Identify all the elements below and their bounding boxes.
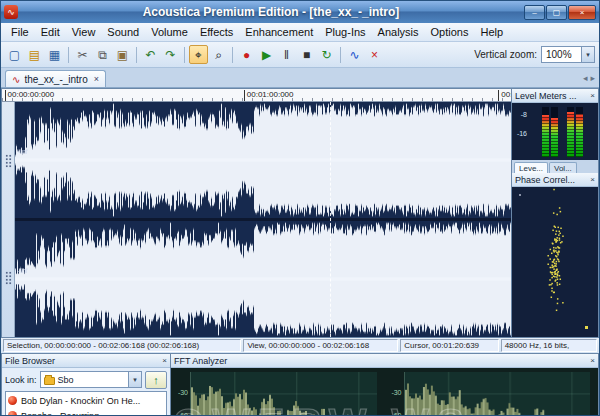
right-channel-waveform[interactable] bbox=[15, 221, 511, 337]
file-list-item[interactable]: Bob Dylan - Knockin' On He... bbox=[8, 393, 164, 408]
close-icon[interactable]: × bbox=[590, 91, 595, 100]
close-icon[interactable]: × bbox=[162, 356, 167, 365]
tab-scroll-group: ◂ ▸ bbox=[583, 73, 595, 87]
waveform-editor: 00:00:00:00000:01:00:00000:02 -inf -inf bbox=[1, 88, 511, 338]
left-channel-waveform[interactable] bbox=[15, 102, 511, 218]
close-button[interactable]: × bbox=[568, 5, 596, 20]
stop-button[interactable]: ■ bbox=[297, 45, 316, 64]
menu-edit[interactable]: Edit bbox=[35, 24, 66, 40]
menu-effects[interactable]: Effects bbox=[194, 24, 239, 40]
chevron-down-icon[interactable]: ▾ bbox=[581, 47, 594, 62]
redo-button[interactable]: ↷ bbox=[161, 45, 180, 64]
fft-spectrum-right bbox=[405, 372, 591, 416]
playback-cursor[interactable] bbox=[330, 102, 331, 337]
tab-close-icon[interactable]: × bbox=[94, 74, 99, 84]
up-one-level-button[interactable]: ↑ bbox=[145, 371, 167, 389]
selection-info: Selection, 00:00:00:000 - 00:02:06:168 (… bbox=[3, 339, 241, 352]
save-file-icon: ▦ bbox=[49, 48, 60, 62]
right-dock: Level Meters ... × -8-16 Leve...Vol... P… bbox=[511, 88, 599, 338]
play-icon: ▶ bbox=[262, 48, 271, 62]
minimize-button[interactable]: – bbox=[524, 5, 545, 20]
paste-button[interactable]: ▣ bbox=[113, 45, 132, 64]
timeline-ruler[interactable]: 00:00:00:00000:01:00:00000:02 bbox=[2, 89, 511, 102]
level-meter-bar bbox=[576, 107, 583, 157]
delete-button[interactable]: × bbox=[365, 45, 384, 64]
menu-enhancement[interactable]: Enhancement bbox=[239, 24, 319, 40]
selection-tool-button[interactable]: ⌖ bbox=[189, 45, 208, 64]
toolbar-right-group: Vertical zoom: 100% ▾ bbox=[474, 46, 595, 63]
loop-play-icon: ↻ bbox=[321, 48, 331, 62]
look-in-select[interactable]: Sbo ▾ bbox=[40, 371, 142, 388]
vertical-zoom-select[interactable]: 100% ▾ bbox=[541, 46, 595, 63]
undo-icon: ↶ bbox=[145, 48, 155, 62]
level-meter-fill bbox=[567, 112, 574, 157]
pause-button[interactable]: ‖ bbox=[277, 45, 296, 64]
fft-panel-title[interactable]: FFT Analyzer × bbox=[171, 354, 598, 368]
cut-icon: ✂ bbox=[77, 48, 87, 62]
meter-bars bbox=[529, 106, 596, 158]
phase-panel-title[interactable]: Phase Correl... × bbox=[512, 173, 598, 187]
menu-sound[interactable]: Sound bbox=[101, 24, 145, 40]
zoom-tool-button[interactable]: ⌕ bbox=[209, 45, 228, 64]
new-file-button[interactable]: ▢ bbox=[5, 45, 24, 64]
mix-tool-button[interactable]: ∿ bbox=[345, 45, 364, 64]
cut-button[interactable]: ✂ bbox=[73, 45, 92, 64]
menu-view[interactable]: View bbox=[66, 24, 102, 40]
menu-volume[interactable]: Volume bbox=[145, 24, 194, 40]
menu-file[interactable]: File bbox=[5, 24, 35, 40]
tab-scroll-right-icon[interactable]: ▸ bbox=[590, 73, 595, 83]
file-browser-panel-title[interactable]: File Browser × bbox=[2, 354, 170, 368]
file-name: Bob Dylan - Knockin' On He... bbox=[21, 396, 140, 406]
save-file-button[interactable]: ▦ bbox=[45, 45, 64, 64]
chevron-down-icon[interactable]: ▾ bbox=[128, 372, 141, 387]
selection-info-bar: Selection, 00:00:00:000 - 00:02:06:168 (… bbox=[1, 338, 599, 353]
phase-correlation-display bbox=[512, 187, 598, 337]
level-meters: -8-16 bbox=[512, 103, 598, 160]
level-meter-fill bbox=[551, 118, 558, 157]
timeline-label: 00:01:00:000 bbox=[244, 90, 294, 101]
left-channel: -inf bbox=[15, 102, 511, 218]
tab-scroll-left-icon[interactable]: ◂ bbox=[583, 73, 588, 83]
selection-tool-icon: ⌖ bbox=[195, 48, 202, 62]
toolbar-separator bbox=[184, 47, 185, 63]
menu-plug-ins[interactable]: Plug-Ins bbox=[319, 24, 371, 40]
play-button[interactable]: ▶ bbox=[257, 45, 276, 64]
view-info: View, 00:00:00:000 - 00:02:06:168 bbox=[243, 339, 398, 352]
waveform-icon: ∿ bbox=[12, 74, 20, 85]
copy-button[interactable]: ⧉ bbox=[93, 45, 112, 64]
level-meters-panel-title[interactable]: Level Meters ... × bbox=[512, 89, 598, 103]
toolbar-separator bbox=[136, 47, 137, 63]
audio-file-icon bbox=[8, 411, 17, 416]
maximize-button[interactable]: ▢ bbox=[546, 5, 567, 20]
db-scale-label: -inf bbox=[18, 267, 28, 274]
pause-icon: ‖ bbox=[284, 48, 289, 62]
file-list-item[interactable]: Bonobo - Recurring bbox=[8, 408, 164, 416]
meter-tabs: Leve...Vol... bbox=[512, 160, 598, 173]
tab-leve[interactable]: Leve... bbox=[514, 162, 548, 173]
level-meter-fill bbox=[576, 114, 583, 157]
waveform-stack: -inf -inf bbox=[15, 102, 511, 337]
close-icon[interactable]: × bbox=[590, 175, 595, 184]
toolbar-separator bbox=[68, 47, 69, 63]
close-icon[interactable]: × bbox=[590, 356, 595, 365]
undo-button[interactable]: ↶ bbox=[141, 45, 160, 64]
menu-options[interactable]: Options bbox=[425, 24, 475, 40]
loop-play-button[interactable]: ↻ bbox=[317, 45, 336, 64]
menu-help[interactable]: Help bbox=[474, 24, 509, 40]
record-button[interactable]: ● bbox=[237, 45, 256, 64]
paste-icon: ▣ bbox=[117, 48, 128, 62]
channel-drag-handle[interactable] bbox=[5, 154, 12, 168]
copy-icon: ⧉ bbox=[98, 48, 107, 62]
tab-vol[interactable]: Vol... bbox=[549, 162, 577, 173]
meter-scale-label: -8 bbox=[521, 111, 527, 118]
fft-analyzer-panel: FFT Analyzer × -30-60-90 100100010000 -3… bbox=[171, 353, 599, 416]
title-bar[interactable]: ∿ Acoustica Premium Edition - [the_xx_-_… bbox=[1, 1, 599, 23]
menu-analysis[interactable]: Analysis bbox=[372, 24, 425, 40]
open-file-button[interactable]: ▤ bbox=[25, 45, 44, 64]
fft-y-tick: -60 bbox=[178, 412, 188, 416]
redo-icon: ↷ bbox=[165, 48, 175, 62]
document-tab[interactable]: ∿ the_xx_-_intro × bbox=[5, 70, 106, 87]
fft-plot-right: -30-60-90 100100010000 bbox=[389, 372, 591, 416]
timeline-label: 00:02 bbox=[498, 90, 511, 101]
channel-drag-handle[interactable] bbox=[5, 271, 12, 285]
